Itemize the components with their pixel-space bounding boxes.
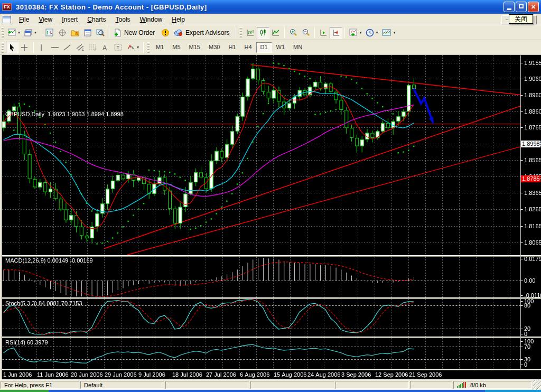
menu-insert[interactable]: Insert <box>57 15 82 24</box>
timeframe-m30[interactable]: M30 <box>204 42 224 53</box>
data-window-button[interactable] <box>81 27 94 39</box>
status-bar: For Help, press F1 Default 8/0 kb <box>0 379 541 390</box>
navigator-icon <box>58 29 67 37</box>
navigator-button[interactable] <box>56 27 69 39</box>
level-price-tag: 1.8785 <box>521 175 540 182</box>
clock-icon <box>366 29 374 37</box>
zoom-out-icon <box>302 29 310 37</box>
menu-view[interactable]: View <box>34 15 57 24</box>
status-connection: 8/0 kb <box>453 381 532 389</box>
text-label-button[interactable]: T <box>112 42 125 53</box>
new-order-button[interactable]: New Order <box>111 27 159 39</box>
windows-taskbar[interactable] <box>0 390 541 392</box>
cursor-icon <box>8 43 15 51</box>
vertical-line-button[interactable] <box>36 42 49 53</box>
crosshair-button[interactable] <box>18 42 31 53</box>
horizontal-line-button[interactable] <box>49 42 61 53</box>
equidistant-channel-button[interactable]: E <box>74 42 87 53</box>
chart-window[interactable]: GBPUSD,Daily 1.9023 1.9063 1.8994 1.8998… <box>0 55 541 379</box>
expert-advisors-icon <box>174 29 183 37</box>
toolbar-grip[interactable] <box>147 42 150 53</box>
stoch-label: Stoch(5,3,3) 84.0881 70.7153 <box>5 300 82 306</box>
channel-icon: E <box>76 43 85 51</box>
toolbar-separator <box>109 27 109 38</box>
arrows-button[interactable]: ▾ <box>125 42 141 53</box>
title-bar[interactable]: FX 3010384: FX Station - Demo Account - … <box>0 0 541 14</box>
profiles-icon <box>24 29 33 37</box>
timeframe-w1[interactable]: W1 <box>272 42 290 53</box>
zoom-in-button[interactable] <box>287 27 300 39</box>
indicators-button[interactable]: ▾ <box>347 27 363 39</box>
timeframe-d1[interactable]: D1 <box>256 42 272 53</box>
expert-advisors-label: Expert Advisors <box>184 29 231 36</box>
menu-charts[interactable]: Charts <box>82 15 110 24</box>
fibonacci-button[interactable]: F <box>87 42 99 53</box>
svg-text:T: T <box>117 45 120 50</box>
strategy-tester-icon <box>96 29 105 37</box>
toolbar-grip[interactable] <box>2 27 4 38</box>
templates-button[interactable]: ▾ <box>380 27 397 39</box>
dropdown-arrow-icon: ▾ <box>18 30 20 35</box>
vertical-line-icon <box>38 44 44 51</box>
arrow-shapes-icon <box>127 43 135 51</box>
menu-window[interactable]: Window <box>135 15 167 24</box>
chart-canvas[interactable] <box>2 55 541 379</box>
menu-tools[interactable]: Tools <box>111 15 135 24</box>
status-cell <box>335 381 409 389</box>
expert-advisors-button[interactable]: Expert Advisors <box>172 27 234 39</box>
toolbar-grip[interactable] <box>2 42 4 53</box>
crosshair-icon <box>21 44 28 51</box>
timeframe-mn[interactable]: MN <box>289 42 306 53</box>
alerts-button[interactable] <box>159 27 172 39</box>
maximize-button[interactable] <box>516 2 527 12</box>
svg-text:F: F <box>95 48 97 51</box>
start-button-sliver[interactable] <box>0 390 49 392</box>
macd-label: MACD(12,26,9) 0.00149 -0.00169 <box>5 257 93 264</box>
resize-grip[interactable] <box>533 380 541 390</box>
trendline-button[interactable] <box>61 42 74 53</box>
horizontal-line-icon <box>51 44 59 51</box>
status-profile[interactable]: Default <box>80 381 164 389</box>
auto-scroll-icon <box>319 29 328 37</box>
profiles-button[interactable]: ▾ <box>22 27 39 39</box>
toolbar-separator <box>41 27 41 38</box>
chart-system-menu-icon[interactable] <box>3 16 11 23</box>
market-watch-button[interactable] <box>43 27 56 39</box>
data-window-icon <box>83 29 92 37</box>
timeframe-m15[interactable]: M15 <box>185 42 204 53</box>
bar-chart-mode-button[interactable] <box>244 27 257 39</box>
candlestick-mode-button[interactable] <box>257 27 269 39</box>
text-label-icon: T <box>114 43 123 51</box>
close-button[interactable]: ✕ <box>528 2 539 12</box>
timeframe-m1[interactable]: M1 <box>152 42 168 53</box>
trendline-icon <box>63 44 71 51</box>
current-price-tag: 1.8998 <box>521 141 540 147</box>
indicators-icon <box>349 29 358 37</box>
periods-button[interactable]: ▾ <box>363 27 380 39</box>
minimize-button[interactable] <box>503 2 515 12</box>
text-button[interactable]: A <box>99 42 112 53</box>
zoom-in-icon <box>289 29 297 37</box>
dropdown-arrow-icon: ▾ <box>137 45 139 50</box>
line-studies-toolbar: E F A T ▾ M1 M5 M15 M30 H1 H4 D1 W1 MN <box>0 40 541 55</box>
dropdown-arrow-icon: ▾ <box>393 30 395 35</box>
history-center-button[interactable] <box>69 27 81 39</box>
auto-scroll-button[interactable] <box>317 27 330 39</box>
chart-symbol-label: GBPUSD,Daily 1.9023 1.9063 1.8994 1.8998 <box>5 111 124 117</box>
cursor-button[interactable] <box>6 42 18 53</box>
timeframe-h1[interactable]: H1 <box>224 42 240 53</box>
strategy-tester-button[interactable] <box>94 27 107 39</box>
menu-help[interactable]: Help <box>167 15 190 24</box>
timeframe-m5[interactable]: M5 <box>168 42 184 53</box>
new-chart-button[interactable]: ▾ <box>6 27 22 39</box>
toolbar-separator <box>143 42 144 53</box>
connection-bars-icon <box>457 382 466 388</box>
fibonacci-icon: F <box>89 43 97 51</box>
chart-shift-button[interactable] <box>330 27 342 39</box>
zoom-out-button[interactable] <box>300 27 312 39</box>
bar-chart-icon <box>246 29 255 37</box>
menu-file[interactable]: File <box>14 15 34 24</box>
line-chart-mode-button[interactable] <box>269 27 282 39</box>
timeframe-h4[interactable]: H4 <box>240 42 256 53</box>
toolbar-grip[interactable] <box>240 27 242 38</box>
